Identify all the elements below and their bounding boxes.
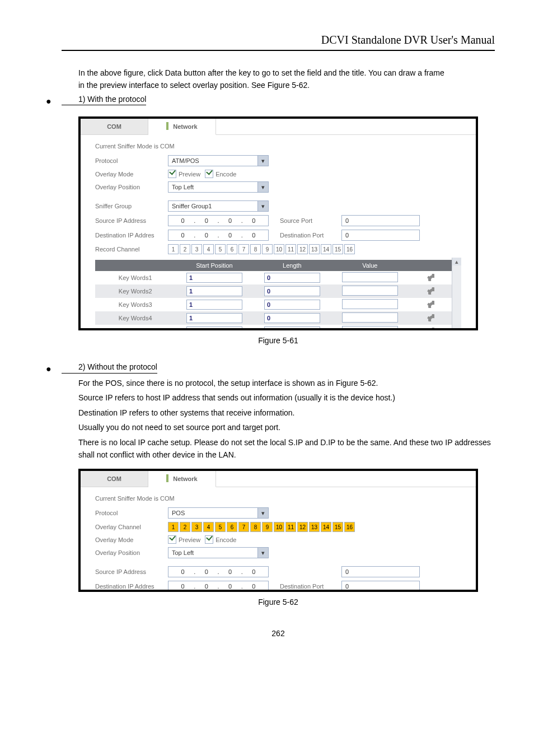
scroll-up-icon[interactable]: ▴	[452, 258, 461, 265]
channel-button[interactable]: 6	[227, 244, 237, 254]
src-port-input[interactable]: 0	[341, 566, 420, 577]
keywords-table-wrap: Start Position Length Value Key Words110…	[95, 258, 461, 328]
chevron-down-icon: ▾	[257, 182, 268, 192]
channel-button[interactable]: 1	[168, 244, 179, 254]
dst-port-input[interactable]: 0	[341, 230, 420, 241]
channel-button[interactable]: 4	[203, 522, 214, 532]
start-input[interactable]: 1	[186, 300, 242, 310]
channel-button[interactable]: 12	[297, 244, 308, 254]
encode-checkbox[interactable]	[205, 170, 213, 178]
channel-button[interactable]: 16	[344, 244, 355, 254]
chevron-down-icon: ▾	[257, 508, 268, 518]
overlay-pos-select[interactable]: Top Left▾	[168, 547, 269, 558]
channel-button[interactable]: 11	[285, 522, 296, 532]
gear-icon[interactable]	[427, 316, 434, 323]
src-port-label: Source Port	[280, 217, 341, 224]
start-input[interactable]: 1	[186, 313, 242, 323]
dst-ip-label: Destination IP Addres	[95, 232, 168, 239]
value-input[interactable]	[342, 326, 398, 328]
channel-button[interactable]: 1	[168, 522, 179, 532]
para-2a: For the POS, since there is no protocol,…	[62, 377, 495, 389]
sniffer-mode: Current Sniffer Mode is COM	[95, 495, 175, 502]
row-name: Key Words2	[95, 284, 175, 298]
channel-button[interactable]: 10	[274, 522, 284, 532]
start-input[interactable]: 1	[186, 273, 242, 283]
length-input[interactable]: 0	[264, 313, 320, 323]
table-row: Key Words110	[95, 271, 452, 284]
gear-icon[interactable]	[427, 289, 434, 296]
para-2d: Usually you do not need to set source po…	[62, 421, 495, 433]
value-input[interactable]	[342, 272, 398, 282]
overlay-pos-select[interactable]: Top Left▾	[168, 181, 269, 193]
tabs: COM Network	[81, 119, 476, 135]
table-row: Key Words210	[95, 284, 452, 298]
scrollbar[interactable]: ▴ ▾	[452, 258, 461, 328]
keywords-table: Start Position Length Value Key Words110…	[95, 260, 452, 328]
dst-port-input[interactable]: 0	[341, 581, 420, 590]
para-2c: Destination IP refers to other systems t…	[62, 407, 495, 419]
channel-button[interactable]: 13	[309, 522, 320, 532]
length-input[interactable]: 0	[264, 300, 320, 310]
dst-ip-input[interactable]: 0.0.0.0	[168, 581, 269, 590]
start-input[interactable]: 1	[186, 326, 242, 328]
gear-icon[interactable]	[427, 276, 434, 282]
gear-icon[interactable]	[427, 302, 434, 309]
table-row: Key Words510	[95, 325, 452, 328]
caption2: Figure 5-62	[62, 598, 495, 606]
encode-checkbox[interactable]	[205, 535, 213, 544]
channel-button[interactable]: 4	[203, 244, 214, 254]
channel-button[interactable]: 6	[227, 522, 237, 532]
channel-button[interactable]: 5	[215, 522, 226, 532]
channel-button[interactable]: 14	[321, 522, 331, 532]
table-row: Key Words310	[95, 298, 452, 311]
protocol-select[interactable]: ATM/POS▾	[168, 155, 269, 166]
channel-button[interactable]: 2	[180, 244, 190, 254]
tab-network[interactable]: Network	[148, 471, 216, 487]
channel-button[interactable]: 15	[332, 244, 343, 254]
channel-button[interactable]: 10	[274, 244, 284, 254]
protocol-select[interactable]: POS▾	[168, 507, 269, 519]
length-input[interactable]: 0	[264, 273, 320, 283]
preview-checkbox[interactable]	[168, 170, 176, 178]
channel-button[interactable]: 9	[262, 244, 273, 254]
channel-button[interactable]: 11	[285, 244, 296, 254]
channel-button[interactable]: 5	[215, 244, 226, 254]
channel-button[interactable]: 8	[250, 522, 261, 532]
channel-button[interactable]: 16	[344, 522, 355, 532]
channel-button[interactable]: 2	[180, 522, 190, 532]
channel-button[interactable]: 15	[332, 522, 343, 532]
chevron-down-icon: ▾	[257, 548, 268, 558]
value-input[interactable]	[342, 299, 398, 309]
sniffer-mode: Current Sniffer Mode is COM	[95, 143, 175, 150]
value-input[interactable]	[342, 312, 398, 323]
start-input[interactable]: 1	[186, 286, 242, 296]
channel-button[interactable]: 7	[238, 244, 249, 254]
channel-button[interactable]: 7	[238, 522, 249, 532]
tab-com[interactable]: COM	[81, 119, 148, 135]
channel-button[interactable]: 13	[309, 244, 320, 254]
channel-button[interactable]: 8	[250, 244, 261, 254]
overlay-channel-row: 12345678910111213141516	[168, 522, 355, 532]
channel-button[interactable]: 9	[262, 522, 273, 532]
panel2: COM Network Current Sniffer Mode is COM …	[78, 469, 478, 592]
channel-button[interactable]: 3	[191, 244, 202, 254]
tab-network[interactable]: Network	[148, 119, 216, 135]
overlay-mode-label: Overlay Mode	[95, 171, 168, 178]
tab-com[interactable]: COM	[81, 471, 148, 487]
row-name: Key Words5	[95, 325, 175, 328]
sniffer-group-select[interactable]: Sniffer Group1▾	[168, 200, 269, 212]
row-name: Key Words1	[95, 271, 175, 284]
para-2b: Source IP refers to host IP address that…	[62, 391, 495, 404]
value-input[interactable]	[342, 286, 398, 296]
channel-button[interactable]: 12	[297, 522, 308, 532]
length-input[interactable]: 0	[264, 286, 320, 296]
preview-checkbox[interactable]	[168, 535, 176, 544]
channel-button[interactable]: 14	[321, 244, 331, 254]
channel-button[interactable]: 3	[191, 522, 202, 532]
length-input[interactable]: 0	[264, 326, 320, 328]
dst-ip-label: Destination IP Addres	[95, 583, 168, 590]
src-ip-input[interactable]: 0.0.0.0	[168, 566, 269, 577]
src-port-input[interactable]: 0	[341, 215, 420, 226]
dst-ip-input[interactable]: 0.0.0.0	[168, 230, 269, 241]
src-ip-input[interactable]: 0.0.0.0	[168, 215, 269, 226]
